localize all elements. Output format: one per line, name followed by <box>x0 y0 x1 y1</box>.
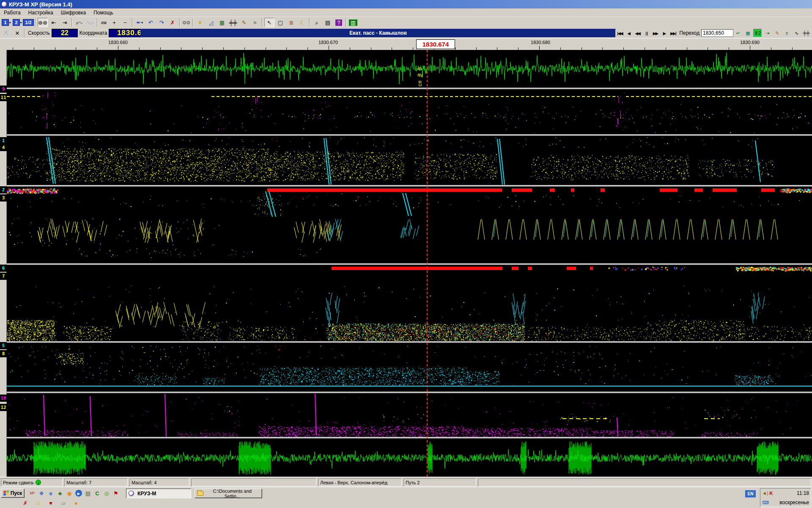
pointer-button[interactable]: ↖ <box>264 18 274 27</box>
signal-tracks-area: 911142367581012 сп № 9 <box>0 50 812 477</box>
right-buttons: ↵▦⇕2⇥✎±∿╪╪ <box>733 29 811 38</box>
coordinate-ruler[interactable]: 1830.674 1830.6601830.6701830.6801830.69… <box>0 38 812 50</box>
go-enter-icon: ↵ <box>736 31 740 36</box>
channel-label-8: 8 <box>0 350 7 357</box>
menu-item-4[interactable]: Помощь <box>90 9 117 17</box>
channels-shift-right-button[interactable]: ⇥ <box>60 18 70 27</box>
flag-red-icon[interactable]: ⚑ <box>112 489 120 497</box>
select-region-button[interactable]: ▢ <box>275 18 285 27</box>
separator <box>309 18 310 27</box>
view-1-button[interactable]: 1▾ <box>1 18 11 27</box>
taskbar-task-kruz[interactable]: КРУЗ-М <box>126 489 191 498</box>
board-edit-button[interactable]: ▦ <box>217 18 227 27</box>
view-2-button[interactable]: 2▾ <box>12 18 22 27</box>
print-button[interactable]: ▤ <box>323 18 333 27</box>
main-toolbar: 1▾2▾1/2⊛⊛⇤⇥⌕∿∿⌕км+−✒▾↶↷✗⊙⊙✶◿▦╪╪✎≡↖▢≣☾⌕▤?… <box>0 17 812 28</box>
table-view-button[interactable]: ▦ <box>743 29 752 37</box>
search-binoculars-button[interactable]: ⊙⊙ <box>182 18 191 27</box>
wave-center-button[interactable]: ∿ <box>792 29 801 37</box>
open-file-button[interactable]: ⇱ <box>1 28 11 38</box>
books-icon[interactable]: ▤ <box>84 489 92 497</box>
sliders-icon: ╪╪ <box>803 31 810 36</box>
marker-needle-button[interactable]: ✒▾ <box>134 18 145 27</box>
channel-label-5: 5 <box>0 342 7 349</box>
tray-clock[interactable]: 11:18 <box>797 490 809 496</box>
eye-icon[interactable]: ◉ <box>65 489 74 497</box>
window-title: КРУЗ-М XP (Версия 1.4) <box>9 1 72 8</box>
menu-item-2[interactable]: Настройка <box>25 9 57 17</box>
close-file-button[interactable]: ✕ <box>12 28 22 38</box>
marker-jump-right-button[interactable]: ↷ <box>156 18 167 27</box>
search-binoculars-icon: ⊙⊙ <box>182 20 190 25</box>
ruler-tick <box>329 46 329 50</box>
pages-icon[interactable]: ▱ <box>59 499 68 507</box>
channels-shift-left-button[interactable]: ⇤ <box>49 18 59 27</box>
km-mark-button[interactable]: км <box>99 18 108 27</box>
cursor-coordinate-badge: 1830.674 <box>416 39 455 49</box>
equalizer-button[interactable]: ╪╪ <box>228 18 238 27</box>
step-forward-button[interactable]: ▶ <box>660 29 669 38</box>
keyboard-icon[interactable]: ⌨ <box>762 500 769 505</box>
door-jump-button[interactable]: ⇥ <box>763 29 772 37</box>
select-region-icon: ▢ <box>278 20 283 25</box>
zoom-out-button[interactable]: − <box>120 18 130 27</box>
ie-icon[interactable]: e <box>47 489 55 497</box>
step-back-button[interactable]: ◀ <box>624 29 633 38</box>
speaker-icon[interactable]: ◄) <box>762 491 768 496</box>
doc-edit-button[interactable]: ✎ <box>239 18 249 27</box>
xp-disk-icon[interactable]: XP <box>28 489 36 497</box>
media-player-icon[interactable]: ▸ <box>75 490 82 497</box>
separator <box>179 18 180 27</box>
menu-item-3[interactable]: Шифровка <box>57 9 90 17</box>
help-book-button[interactable]: ? <box>334 18 344 27</box>
marker-jump-left-button[interactable]: ↶ <box>145 18 156 27</box>
pause-button[interactable]: | | <box>642 29 651 38</box>
play-back-button[interactable]: ◀◀ <box>633 29 642 38</box>
screen-button[interactable]: ▥ <box>348 18 358 27</box>
sliders-button[interactable]: ╪╪ <box>802 29 811 37</box>
document-error-icon[interactable]: ✗ <box>21 499 30 507</box>
railway-button[interactable]: ≣ <box>286 18 296 27</box>
view-split-button[interactable]: 1/2 <box>23 18 33 27</box>
play-forward-button[interactable]: ▶▶ <box>651 29 660 38</box>
pan-page-button[interactable]: ☾ <box>297 18 307 27</box>
tree-list-button[interactable]: ≡ <box>250 18 260 27</box>
speed-value: 22 <box>52 29 78 37</box>
c-ring-icon[interactable]: C <box>93 489 102 497</box>
nav-buttons: |◀◀◀◀◀| |▶▶▶▶▶| <box>615 29 678 38</box>
print-preview-button[interactable]: ⌕ <box>312 18 322 27</box>
plus-minus-button[interactable]: ± <box>782 29 791 37</box>
tracks-canvas[interactable] <box>0 50 812 477</box>
orange-dot-icon[interactable]: ● <box>72 499 80 507</box>
go-enter-button[interactable]: ↵ <box>734 29 743 37</box>
wizard-cursor-button[interactable]: ✶ <box>195 18 205 27</box>
zoom-in-button[interactable]: + <box>109 18 119 27</box>
start-button[interactable]: Пуск <box>1 489 25 498</box>
zoom-signal-button[interactable]: ⌕∿ <box>74 18 84 27</box>
language-indicator[interactable]: EN <box>745 490 756 497</box>
section-title: Екат. пасс - Камышлов <box>140 29 616 37</box>
antivirus-icon[interactable]: K <box>770 491 773 496</box>
taskbar-task-explorer[interactable]: C:\Documents and Settin... <box>195 489 262 498</box>
go-start-button[interactable]: |◀◀ <box>615 29 624 38</box>
go-end-button[interactable]: ▶▶| <box>669 29 678 38</box>
measure-triangle-button[interactable]: ◿ <box>206 18 216 27</box>
palette-pen-button[interactable]: ✎ <box>773 29 782 37</box>
transition-input[interactable] <box>701 29 733 37</box>
leaf-icon[interactable]: ◎ <box>102 489 111 497</box>
zoom-signal-alt-button[interactable]: ∿⌕ <box>85 18 95 27</box>
channel-label-9: 9 <box>0 86 7 93</box>
pointer-icon: ↖ <box>267 20 272 25</box>
tree-icon[interactable]: ♣ <box>56 489 64 497</box>
smiley-icon[interactable]: ☺ <box>34 499 42 507</box>
dropdown-caret-icon: ▾ <box>20 21 22 25</box>
channels-compare-button[interactable]: ⊛⊛ <box>38 18 48 27</box>
marker-delete-button[interactable]: ✗ <box>167 18 178 27</box>
menu-item-1[interactable]: Работа <box>0 9 25 17</box>
pan-page-icon: ☾ <box>300 20 305 25</box>
separator <box>97 18 98 27</box>
heart-icon[interactable]: ♥ <box>47 499 55 507</box>
dropdown-caret-icon: ▾ <box>9 21 11 25</box>
system-icon[interactable]: ❖ <box>37 489 46 497</box>
scale-x2-button[interactable]: ⇕2 <box>753 29 762 37</box>
